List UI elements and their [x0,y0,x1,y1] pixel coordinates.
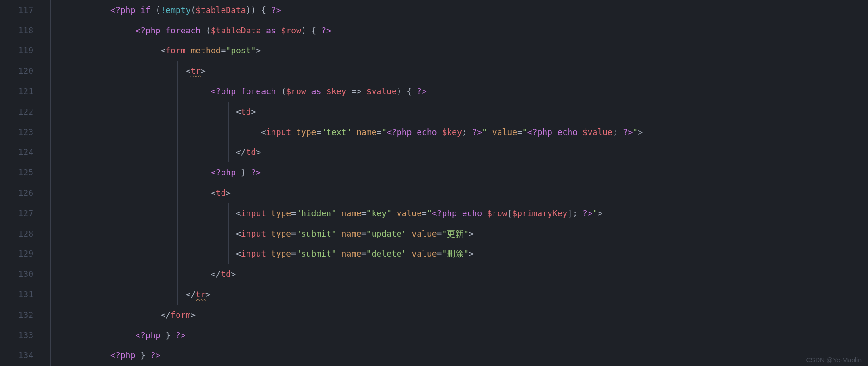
watermark: CSDN @Ye-Maolin [806,357,862,363]
line-number: 133 [0,325,33,346]
line-number: 122 [0,102,33,122]
code-line[interactable]: <?php } ?> [50,325,868,346]
code-line[interactable]: </form> [50,305,868,325]
code-line[interactable]: <?php foreach ($row as $key => $value) {… [50,81,868,102]
line-number: 121 [0,81,33,102]
code-line[interactable]: <input type="submit" name="delete" value… [50,244,868,264]
code-line[interactable]: <tr> [50,61,868,81]
line-number: 128 [0,224,33,244]
line-number: 119 [0,41,33,61]
code-area[interactable]: <?php if (!empty($tableData)) { ?> <?php… [46,0,868,366]
line-number: 132 [0,305,33,325]
line-number-gutter: 117 118 119 120 121 122 123 124 125 126 … [0,0,46,366]
code-line[interactable]: </td> [50,264,868,284]
code-line[interactable]: <input type="text" name="<?php echo $key… [50,122,868,142]
code-line[interactable]: <?php } ?> [50,162,868,183]
code-line[interactable]: <?php if (!empty($tableData)) { ?> [50,0,868,20]
line-number: 124 [0,142,33,163]
line-number: 125 [0,162,33,183]
line-number: 130 [0,264,33,284]
line-number: 134 [0,346,33,366]
code-line[interactable]: <td> [50,183,868,203]
line-number: 118 [0,20,33,41]
code-line[interactable]: <td> [50,102,868,122]
line-number: 127 [0,203,33,224]
code-line[interactable]: <input type="hidden" name="key" value="<… [50,203,868,224]
line-number: 126 [0,183,33,203]
line-number: 123 [0,122,33,142]
line-number: 120 [0,61,33,81]
code-line[interactable]: </td> [50,142,868,163]
code-line[interactable]: <?php foreach ($tableData as $row) { ?> [50,20,868,41]
code-line[interactable]: </tr> [50,284,868,305]
code-line[interactable]: <input type="submit" name="update" value… [50,224,868,244]
line-number: 129 [0,244,33,264]
line-number: 117 [0,0,33,20]
line-number: 131 [0,284,33,305]
code-line[interactable]: <form method="post"> [50,41,868,61]
code-editor: 117 118 119 120 121 122 123 124 125 126 … [0,0,868,366]
code-line[interactable]: <?php } ?> [50,346,868,366]
